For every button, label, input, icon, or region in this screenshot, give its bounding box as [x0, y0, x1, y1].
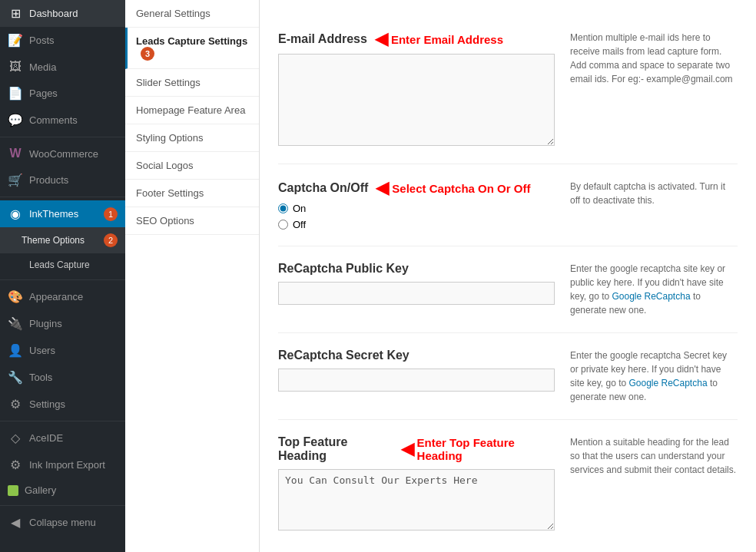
- captcha-annotation: ◀ Select Captcha On Or Off: [376, 180, 530, 197]
- sidebar-item-appearance[interactable]: 🎨 Appearance: [0, 283, 125, 310]
- recaptcha-public-help: Enter the google recaptcha site key or p…: [570, 262, 738, 317]
- sidebar-item-collapse[interactable]: ◀ Collapse menu: [0, 509, 125, 536]
- sidebar-item-inkthemes[interactable]: ◉ InkThemes 1: [0, 200, 125, 227]
- captcha-annotation-text: Select Captcha On Or Off: [392, 182, 530, 195]
- captcha-on-label: On: [293, 203, 306, 214]
- acelide-icon: ◇: [8, 431, 23, 445]
- top-feature-annotation: ◀ Enter Top Feature Heading: [401, 436, 555, 462]
- sidebar-item-comments[interactable]: 💬 Comments: [0, 107, 125, 134]
- sidebar-item-label: Settings: [29, 398, 65, 410]
- email-annotation-text: Enter Email Address: [391, 33, 503, 46]
- recaptcha-secret-help: Enter the google recaptcha Secret key or…: [570, 349, 738, 404]
- top-feature-help: Mention a suitable heading for the lead …: [570, 435, 738, 477]
- sidebar-item-dashboard[interactable]: ⊞ Dashboard: [0, 0, 125, 27]
- sidebar-item-label: Gallery: [25, 484, 56, 496]
- captcha-help-text: By default captcha is activated. Turn it…: [570, 181, 725, 206]
- sidebar-item-label: WooCommerce: [29, 148, 98, 160]
- recaptcha-secret-input[interactable]: [278, 369, 555, 392]
- sidebar-item-media[interactable]: 🖼 Media: [0, 54, 125, 80]
- captcha-label: Captcha On/Off ◀ Select Captcha On Or Of…: [278, 180, 555, 197]
- appearance-icon: 🎨: [8, 289, 23, 304]
- leads-capture-badge: 3: [141, 47, 154, 61]
- email-annotation: ◀ Enter Email Address: [375, 31, 503, 48]
- email-address-label: E-mail Address ◀ Enter Email Address: [278, 31, 555, 48]
- sidebar-item-label: AceIDE: [29, 432, 63, 444]
- email-help-text: Mention multiple e-mail ids here to rece…: [570, 32, 733, 84]
- recaptcha-secret-text: ReCaptcha Secret Key: [278, 349, 410, 362]
- recaptcha-public-label: ReCaptcha Public Key: [278, 262, 555, 276]
- sidebar-item-tools[interactable]: 🔧 Tools: [0, 364, 125, 391]
- comments-icon: 💬: [8, 113, 23, 127]
- sidebar-item-label: Users: [29, 345, 55, 356]
- top-feature-help-text: Mention a suitable heading for the lead …: [570, 437, 736, 475]
- products-icon: 🛒: [8, 173, 23, 187]
- form-left-recaptcha-public: ReCaptcha Public Key: [278, 262, 555, 305]
- subnav-label: Styling Options: [136, 132, 203, 144]
- captcha-help: By default captcha is activated. Turn it…: [570, 180, 738, 207]
- email-address-help: Mention multiple e-mail ids here to rece…: [570, 31, 738, 86]
- ink-import-export-icon: ⚙: [8, 458, 23, 472]
- sidebar-item-label: Collapse menu: [29, 517, 96, 528]
- top-feature-heading-input[interactable]: You Can Consult Our Experts Here: [278, 469, 555, 531]
- sidebar-item-users[interactable]: 👤 Users: [0, 337, 125, 364]
- settings-icon: ⚙: [8, 397, 23, 412]
- subnav-slider-settings[interactable]: Slider Settings: [125, 69, 259, 97]
- posts-icon: 📝: [8, 33, 23, 48]
- email-address-input[interactable]: [278, 54, 555, 146]
- subnav-homepage-feature-area[interactable]: Homepage Feature Area: [125, 97, 259, 124]
- sidebar-item-label: Theme Options: [22, 235, 85, 246]
- subnav-label: Leads Capture Settings: [136, 35, 247, 47]
- sidebar-item-ink-import-export[interactable]: ⚙ Ink Import Export: [0, 451, 125, 478]
- subnav-footer-settings[interactable]: Footer Settings: [125, 180, 259, 207]
- sidebar-item-settings[interactable]: ⚙ Settings: [0, 391, 125, 418]
- captcha-off-option[interactable]: Off: [278, 219, 555, 230]
- captcha-on-radio[interactable]: [278, 203, 288, 213]
- sidebar-item-gallery[interactable]: Gallery: [0, 478, 125, 502]
- recaptcha-public-text: ReCaptcha Public Key: [278, 262, 409, 276]
- recaptcha-public-link[interactable]: Google ReCaptcha: [612, 291, 690, 302]
- sidebar-item-plugins[interactable]: 🔌 Plugins: [0, 310, 125, 337]
- sidebar-item-products[interactable]: 🛒 Products: [0, 167, 125, 193]
- inkthemes-badge: 1: [104, 207, 118, 221]
- sidebar-item-label: Pages: [29, 88, 58, 99]
- recaptcha-public-input[interactable]: [278, 282, 555, 305]
- top-feature-heading-section: Top Feature Heading ◀ Enter Top Feature …: [278, 420, 738, 548]
- sub-nav: General Settings Leads Capture Settings …: [125, 0, 260, 552]
- subnav-social-logos[interactable]: Social Logos: [125, 152, 259, 180]
- sidebar-item-theme-options[interactable]: Theme Options 2: [0, 227, 125, 253]
- red-arrow-captcha-icon: ◀: [376, 180, 389, 197]
- sidebar-item-pages[interactable]: 📄 Pages: [0, 80, 125, 107]
- sidebar-item-label: Products: [29, 174, 68, 186]
- subnav-label: General Settings: [136, 8, 211, 19]
- captcha-off-radio[interactable]: [278, 220, 288, 230]
- top-feature-heading-label: Top Feature Heading ◀ Enter Top Feature …: [278, 435, 555, 463]
- subnav-leads-capture-settings[interactable]: Leads Capture Settings 3: [125, 28, 259, 69]
- subnav-label: SEO Options: [136, 215, 194, 226]
- captcha-section: Captcha On/Off ◀ Select Captcha On Or Of…: [278, 164, 738, 246]
- subnav-general-settings[interactable]: General Settings: [125, 0, 259, 28]
- sidebar-item-label: Tools: [29, 372, 52, 383]
- collapse-icon: ◀: [8, 515, 23, 530]
- sidebar-item-posts[interactable]: 📝 Posts: [0, 27, 125, 54]
- sidebar-item-label: Plugins: [29, 318, 62, 329]
- form-left-recaptcha-secret: ReCaptcha Secret Key: [278, 349, 555, 392]
- recaptcha-secret-section: ReCaptcha Secret Key Enter the google re…: [278, 333, 738, 420]
- sidebar-item-label: Posts: [29, 35, 55, 46]
- sidebar-item-woocommerce[interactable]: W WooCommerce: [0, 140, 125, 167]
- form-left-captcha: Captcha On/Off ◀ Select Captcha On Or Of…: [278, 180, 555, 230]
- subnav-styling-options[interactable]: Styling Options: [125, 124, 259, 152]
- recaptcha-secret-link[interactable]: Google ReCaptcha: [628, 378, 707, 388]
- top-feature-heading-text: Top Feature Heading: [278, 435, 393, 463]
- sidebar-item-leads-capture[interactable]: Leads Capture: [0, 253, 125, 276]
- sidebar-item-label: Dashboard: [29, 8, 78, 19]
- form-left-top-feature: Top Feature Heading ◀ Enter Top Feature …: [278, 435, 555, 533]
- red-arrow-icon: ◀: [375, 31, 388, 48]
- captcha-radio-group: On Off: [278, 203, 555, 230]
- captcha-on-option[interactable]: On: [278, 203, 555, 214]
- sidebar-item-label: Appearance: [29, 291, 83, 302]
- form-left-email: E-mail Address ◀ Enter Email Address: [278, 31, 555, 148]
- sidebar-item-acelide[interactable]: ◇ AceIDE: [0, 425, 125, 451]
- sidebar-item-label: InkThemes: [29, 208, 78, 220]
- captcha-off-label: Off: [293, 219, 306, 230]
- subnav-seo-options[interactable]: SEO Options: [125, 207, 259, 235]
